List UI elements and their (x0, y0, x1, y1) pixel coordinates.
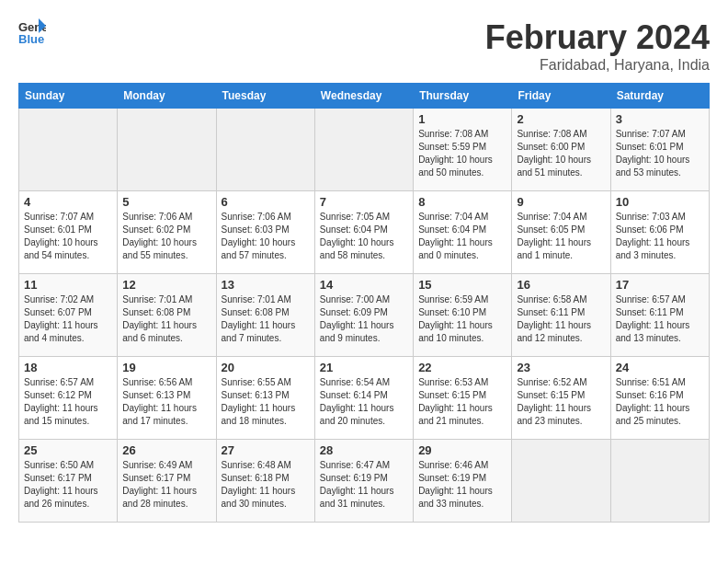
calendar-cell (512, 440, 610, 523)
day-number: 21 (320, 361, 408, 374)
day-info: Sunrise: 6:47 AM Sunset: 6:19 PM Dayligh… (320, 459, 408, 511)
page-title: February 2024 (485, 18, 710, 57)
day-number: 11 (24, 278, 112, 292)
logo: General Blue (18, 18, 46, 46)
day-info: Sunrise: 6:56 AM Sunset: 6:13 PM Dayligh… (122, 376, 210, 428)
day-info: Sunrise: 6:52 AM Sunset: 6:15 PM Dayligh… (517, 376, 605, 428)
day-info: Sunrise: 6:49 AM Sunset: 6:17 PM Dayligh… (122, 459, 210, 511)
day-number: 8 (418, 195, 506, 209)
day-number: 26 (122, 443, 210, 457)
day-info: Sunrise: 7:06 AM Sunset: 6:03 PM Dayligh… (222, 211, 310, 262)
calendar-cell: 1Sunrise: 7:08 AM Sunset: 5:59 PM Daylig… (414, 109, 512, 191)
calendar-cell (216, 109, 314, 191)
calendar-cell: 19Sunrise: 6:56 AM Sunset: 6:13 PM Dayli… (118, 357, 216, 440)
day-info: Sunrise: 7:00 AM Sunset: 6:09 PM Dayligh… (320, 293, 408, 345)
weekday-header: Wednesday (314, 84, 413, 109)
weekday-header: Saturday (610, 84, 709, 109)
day-number: 17 (616, 278, 704, 292)
weekday-header: Monday (118, 84, 216, 109)
logo-icon: General Blue (18, 18, 46, 46)
calendar-cell: 12Sunrise: 7:01 AM Sunset: 6:08 PM Dayli… (118, 274, 216, 357)
day-number: 7 (320, 195, 408, 209)
calendar-week-row: 25Sunrise: 6:50 AM Sunset: 6:17 PM Dayli… (19, 440, 710, 523)
day-info: Sunrise: 6:57 AM Sunset: 6:12 PM Dayligh… (24, 376, 112, 428)
calendar-cell: 2Sunrise: 7:08 AM Sunset: 6:00 PM Daylig… (512, 109, 610, 191)
day-number: 15 (418, 278, 506, 292)
calendar-cell: 26Sunrise: 6:49 AM Sunset: 6:17 PM Dayli… (118, 440, 216, 523)
calendar-cell: 16Sunrise: 6:58 AM Sunset: 6:11 PM Dayli… (512, 274, 610, 357)
calendar-cell: 14Sunrise: 7:00 AM Sunset: 6:09 PM Dayli… (314, 274, 413, 357)
svg-text:Blue: Blue (18, 32, 44, 46)
day-number: 23 (517, 361, 605, 374)
day-info: Sunrise: 7:01 AM Sunset: 6:08 PM Dayligh… (122, 293, 210, 345)
day-number: 2 (517, 112, 605, 126)
day-info: Sunrise: 7:01 AM Sunset: 6:08 PM Dayligh… (222, 293, 310, 345)
calendar-cell: 6Sunrise: 7:06 AM Sunset: 6:03 PM Daylig… (216, 191, 314, 274)
calendar-cell: 13Sunrise: 7:01 AM Sunset: 6:08 PM Dayli… (216, 274, 314, 357)
calendar-cell: 20Sunrise: 6:55 AM Sunset: 6:13 PM Dayli… (216, 357, 314, 440)
day-number: 14 (320, 278, 408, 292)
weekday-header: Sunday (19, 84, 118, 109)
calendar-cell: 27Sunrise: 6:48 AM Sunset: 6:18 PM Dayli… (216, 440, 314, 523)
calendar-cell: 5Sunrise: 7:06 AM Sunset: 6:02 PM Daylig… (118, 191, 216, 274)
calendar-cell: 23Sunrise: 6:52 AM Sunset: 6:15 PM Dayli… (512, 357, 610, 440)
day-number: 18 (24, 361, 112, 374)
calendar-cell: 18Sunrise: 6:57 AM Sunset: 6:12 PM Dayli… (19, 357, 118, 440)
day-number: 10 (616, 195, 704, 209)
day-number: 29 (418, 443, 506, 457)
calendar-week-row: 1Sunrise: 7:08 AM Sunset: 5:59 PM Daylig… (19, 109, 710, 191)
calendar-cell: 11Sunrise: 7:02 AM Sunset: 6:07 PM Dayli… (19, 274, 118, 357)
day-info: Sunrise: 6:58 AM Sunset: 6:11 PM Dayligh… (517, 293, 605, 345)
calendar-cell: 28Sunrise: 6:47 AM Sunset: 6:19 PM Dayli… (314, 440, 413, 523)
day-number: 13 (222, 278, 310, 292)
calendar-cell: 21Sunrise: 6:54 AM Sunset: 6:14 PM Dayli… (314, 357, 413, 440)
day-info: Sunrise: 7:05 AM Sunset: 6:04 PM Dayligh… (320, 211, 408, 262)
weekday-header: Friday (512, 84, 610, 109)
calendar-cell: 24Sunrise: 6:51 AM Sunset: 6:16 PM Dayli… (610, 357, 709, 440)
calendar-cell (19, 109, 118, 191)
weekday-header: Tuesday (216, 84, 314, 109)
day-number: 3 (616, 112, 704, 126)
day-info: Sunrise: 6:54 AM Sunset: 6:14 PM Dayligh… (320, 376, 408, 428)
day-number: 22 (418, 361, 506, 374)
day-number: 27 (222, 443, 310, 457)
day-number: 25 (24, 443, 112, 457)
page-header: General Blue February 2024 Faridabad, Ha… (18, 18, 710, 74)
day-info: Sunrise: 6:50 AM Sunset: 6:17 PM Dayligh… (24, 459, 112, 511)
day-number: 9 (517, 195, 605, 209)
calendar-cell: 15Sunrise: 6:59 AM Sunset: 6:10 PM Dayli… (414, 274, 512, 357)
day-number: 5 (122, 195, 210, 209)
day-number: 28 (320, 443, 408, 457)
calendar-cell: 17Sunrise: 6:57 AM Sunset: 6:11 PM Dayli… (610, 274, 709, 357)
calendar-cell: 3Sunrise: 7:07 AM Sunset: 6:01 PM Daylig… (610, 109, 709, 191)
calendar-cell (118, 109, 216, 191)
day-info: Sunrise: 6:53 AM Sunset: 6:15 PM Dayligh… (418, 376, 506, 428)
weekday-header-row: SundayMondayTuesdayWednesdayThursdayFrid… (19, 84, 710, 109)
day-number: 4 (24, 195, 112, 209)
day-info: Sunrise: 7:06 AM Sunset: 6:02 PM Dayligh… (122, 211, 210, 262)
calendar-cell (314, 109, 413, 191)
day-number: 24 (616, 361, 704, 374)
calendar-cell: 9Sunrise: 7:04 AM Sunset: 6:05 PM Daylig… (512, 191, 610, 274)
day-number: 20 (222, 361, 310, 374)
calendar-cell: 10Sunrise: 7:03 AM Sunset: 6:06 PM Dayli… (610, 191, 709, 274)
day-info: Sunrise: 7:04 AM Sunset: 6:05 PM Dayligh… (517, 211, 605, 262)
day-info: Sunrise: 6:51 AM Sunset: 6:16 PM Dayligh… (616, 376, 704, 428)
calendar-cell (610, 440, 709, 523)
day-info: Sunrise: 7:08 AM Sunset: 6:00 PM Dayligh… (517, 128, 605, 179)
page-subtitle: Faridabad, Haryana, India (485, 57, 710, 74)
calendar-cell: 25Sunrise: 6:50 AM Sunset: 6:17 PM Dayli… (19, 440, 118, 523)
day-info: Sunrise: 7:07 AM Sunset: 6:01 PM Dayligh… (616, 128, 704, 179)
day-number: 1 (418, 112, 506, 126)
day-info: Sunrise: 7:08 AM Sunset: 5:59 PM Dayligh… (418, 128, 506, 179)
calendar-cell: 8Sunrise: 7:04 AM Sunset: 6:04 PM Daylig… (414, 191, 512, 274)
day-number: 12 (122, 278, 210, 292)
day-number: 6 (222, 195, 310, 209)
day-info: Sunrise: 7:02 AM Sunset: 6:07 PM Dayligh… (24, 293, 112, 345)
day-info: Sunrise: 6:59 AM Sunset: 6:10 PM Dayligh… (418, 293, 506, 345)
day-info: Sunrise: 6:55 AM Sunset: 6:13 PM Dayligh… (222, 376, 310, 428)
calendar-cell: 22Sunrise: 6:53 AM Sunset: 6:15 PM Dayli… (414, 357, 512, 440)
weekday-header: Thursday (414, 84, 512, 109)
calendar-cell: 7Sunrise: 7:05 AM Sunset: 6:04 PM Daylig… (314, 191, 413, 274)
day-number: 19 (122, 361, 210, 374)
